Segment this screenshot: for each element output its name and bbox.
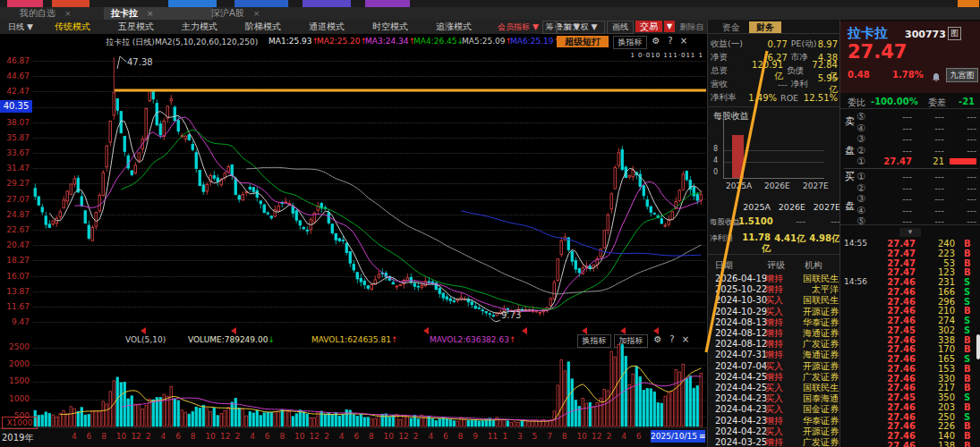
quick-button-4[interactable]: [303, 0, 351, 7]
close-icon[interactable]: ×: [64, 9, 72, 18]
quick-button-2[interactable]: [168, 0, 217, 7]
rating-row[interactable]: 2024-04-23增持华泰证券: [708, 416, 840, 426]
tab-拉卡拉[interactable]: 拉卡拉×: [104, 7, 213, 20]
tick-row: 27.46203B: [840, 402, 980, 412]
rating-date: 2024-04-25: [715, 372, 767, 383]
quick-button-5[interactable]: [365, 0, 410, 7]
rating-row[interactable]: 2024-10-30买入国联民生: [708, 295, 840, 306]
h-gridline: [33, 291, 705, 292]
switch-indicator-button[interactable]: 换指标: [577, 334, 611, 348]
mode-通道模式[interactable]: 通道模式: [297, 20, 356, 34]
rating-action: 买入: [765, 426, 783, 437]
sell-level-row: ⑤---------: [840, 111, 980, 122]
member-indicator-menu[interactable]: 会员指标 ▼: [490, 20, 546, 34]
tab-深沪A股[interactable]: 深沪A股×: [204, 7, 308, 20]
rating-action: 买入: [765, 295, 783, 306]
rating-row[interactable]: 2024-04-25增持广发证券: [708, 372, 840, 383]
tick-side: B: [964, 267, 971, 277]
ratings-header-date: 日期: [715, 259, 733, 272]
tick-side: S: [964, 412, 970, 422]
rating-date: 2025-10-22: [715, 284, 767, 295]
super-short-button[interactable]: 超级短打: [557, 36, 609, 47]
tab-zijin[interactable]: 资金: [715, 21, 747, 33]
kline-chart[interactable]: 46.8744.6742.4738.0735.8733.6731.4729.27…: [0, 49, 707, 333]
mode-阶梯模式[interactable]: 阶梯模式: [234, 20, 293, 34]
quick-button-0[interactable]: [7, 0, 43, 7]
rating-row[interactable]: 2026-04-19增持国联民生: [708, 274, 840, 284]
rating-row[interactable]: 2024-04-23买入国金证券: [708, 404, 840, 415]
eps-tick-label: 4: [713, 156, 718, 164]
rating-row[interactable]: 2024-10-29买入开源证券: [708, 307, 840, 317]
tick-row: 27.46217B: [840, 383, 980, 392]
stock-name: 拉卡拉: [848, 25, 888, 42]
tab-caiwu[interactable]: 财务: [749, 21, 781, 33]
close-icon[interactable]: ×: [678, 36, 689, 46]
signal-flag-icon: [582, 327, 587, 334]
price-axis-label: 9.47: [0, 317, 30, 326]
mode-追涨模式[interactable]: 追涨模式: [424, 20, 483, 34]
ma-label-2: MA2:25.20↑: [317, 37, 367, 46]
tick-volume: 302: [923, 325, 955, 335]
fuquan-menu[interactable]: 前复权 ▼: [557, 21, 605, 34]
gear-icon[interactable]: ⚙: [652, 334, 664, 344]
tick-volume: 210: [923, 306, 955, 316]
mode-五星模式[interactable]: 五星模式: [107, 20, 166, 34]
scrollbar-thumb[interactable]: [976, 334, 980, 359]
switch-indicator-button[interactable]: 换指标: [613, 36, 647, 49]
price-axis-label: 38.07: [0, 118, 30, 127]
quick-button-6[interactable]: [958, 0, 979, 7]
quick-button-3[interactable]: [234, 0, 288, 7]
rating-row[interactable]: 2024-04-22买入开源证券: [708, 426, 840, 437]
up-arrow-icon: ↑: [391, 335, 398, 344]
quick-button-1[interactable]: [52, 0, 89, 7]
rating-row[interactable]: 2024-07-04买入开源证券: [708, 361, 840, 372]
rating-row[interactable]: 2024-08-13增持华泰证券: [708, 317, 840, 328]
close-icon[interactable]: ×: [680, 334, 691, 344]
month-tick: 4: [428, 432, 433, 441]
tab-我的自选[interactable]: 我的自选×: [13, 7, 113, 20]
menu-icon[interactable]: ≡: [699, 432, 706, 441]
pic-icon[interactable]: 图: [948, 27, 961, 40]
last-date-badge[interactable]: 2025/10/15≡: [651, 430, 705, 443]
trade-button[interactable]: 交易: [635, 21, 662, 32]
rating-org: 开源证券: [803, 307, 839, 317]
gear-icon[interactable]: ⚙: [650, 36, 662, 46]
add-indicator-button[interactable]: 加指标: [614, 334, 648, 348]
tick-row: 27.46153B: [840, 364, 980, 374]
mode-主力模式[interactable]: 主力模式: [170, 20, 229, 34]
signal-flag-icon: [620, 327, 626, 334]
chips[interactable]: 筹: [542, 21, 557, 34]
volume-chart[interactable]: 2500200015001000500: [0, 348, 707, 427]
rating-row[interactable]: 2024-03-25增持广发证券: [708, 437, 840, 447]
mode-时空模式[interactable]: 时空模式: [361, 20, 420, 34]
jiugongtu-button[interactable]: 九宫图: [946, 68, 978, 82]
expand-chevron-icon[interactable]: ▾: [899, 228, 921, 237]
tick-volume: 240: [923, 239, 955, 249]
rating-row[interactable]: 2024-04-23买入国泰海通: [708, 393, 840, 404]
rating-row[interactable]: 2024-04-25买入国联民生: [708, 383, 840, 393]
forecast-row-label: 每股收益: [710, 217, 740, 228]
tick-row: 27.46338B: [840, 335, 980, 345]
mavol2-value: MAVOL2:636382.63↑: [430, 335, 516, 344]
forecast-header: 2027E: [808, 202, 840, 212]
help-icon[interactable]: ?: [665, 36, 676, 46]
level-volume: ---: [916, 145, 944, 156]
help-icon[interactable]: ?: [667, 334, 677, 344]
trade-dropdown[interactable]: ▼: [664, 21, 675, 32]
mode-传统模式[interactable]: 传统模式: [43, 20, 102, 34]
price-axis-label: 24.87: [0, 210, 30, 219]
rating-action: 增持: [765, 339, 783, 350]
rating-row[interactable]: 2024-08-12增持海通证券: [708, 328, 840, 339]
rating-row[interactable]: 2024-07-31增持海通证券: [708, 350, 840, 360]
close-icon[interactable]: ×: [147, 9, 154, 18]
delete-watch-button[interactable]: 删除自选: [677, 20, 707, 34]
period-selector[interactable]: 日线 ▼: [4, 20, 38, 34]
tab-label: 拉卡拉: [111, 8, 138, 18]
rating-row[interactable]: 2024-08-12增持广发证券: [708, 339, 840, 350]
price-axis-label: 16.07: [0, 272, 30, 281]
rating-row[interactable]: 2025-10-22增持太平洋: [708, 284, 840, 295]
drawline-button[interactable]: 画线: [607, 21, 634, 34]
alert-bell-icon[interactable]: [932, 69, 941, 79]
close-icon[interactable]: ×: [253, 9, 260, 18]
eps-chart-title: 每股收益: [713, 110, 749, 122]
